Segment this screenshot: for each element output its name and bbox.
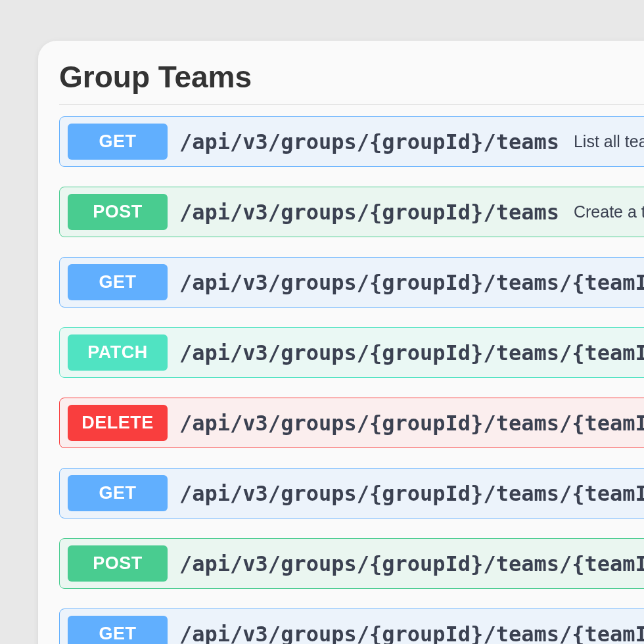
method-badge-get: GET bbox=[68, 616, 168, 644]
method-badge-patch: PATCH bbox=[68, 334, 168, 371]
method-badge-get: GET bbox=[68, 264, 168, 300]
operation-path: /api/v3/groups/{groupId}/teams/{teamId} bbox=[179, 411, 644, 436]
method-badge-post: POST bbox=[68, 194, 168, 230]
operation-path: /api/v3/groups/{groupId}/teams/{teamId} bbox=[179, 622, 644, 645]
operation-path: /api/v3/groups/{groupId}/teams/{teamId} bbox=[179, 270, 644, 295]
operation-row[interactable]: GET /api/v3/groups/{groupId}/teams List … bbox=[59, 116, 644, 167]
method-badge-get: GET bbox=[68, 475, 168, 511]
operation-path: /api/v3/groups/{groupId}/teams bbox=[179, 129, 559, 154]
operation-row[interactable]: POST /api/v3/groups/{groupId}/teams Crea… bbox=[59, 187, 644, 237]
operation-path: /api/v3/groups/{groupId}/teams bbox=[179, 200, 559, 225]
operation-row[interactable]: PATCH /api/v3/groups/{groupId}/teams/{te… bbox=[59, 327, 644, 378]
method-badge-get: GET bbox=[68, 124, 168, 160]
method-badge-post: POST bbox=[68, 545, 168, 582]
method-badge-delete: DELETE bbox=[68, 405, 168, 441]
operation-row[interactable]: GET /api/v3/groups/{groupId}/teams/{team… bbox=[59, 257, 644, 308]
section-title: Group Teams bbox=[59, 59, 644, 104]
operation-path: /api/v3/groups/{groupId}/teams/{teamId} bbox=[179, 340, 644, 365]
api-section-card: Group Teams GET /api/v3/groups/{groupId}… bbox=[38, 41, 644, 644]
operation-row[interactable]: GET /api/v3/groups/{groupId}/teams/{team… bbox=[59, 468, 644, 518]
operation-row[interactable]: POST /api/v3/groups/{groupId}/teams/{tea… bbox=[59, 538, 644, 589]
operation-summary: List all teams bbox=[574, 132, 644, 151]
operation-list: GET /api/v3/groups/{groupId}/teams List … bbox=[59, 116, 644, 644]
operation-summary: Create a team bbox=[574, 202, 644, 221]
operation-row[interactable]: GET /api/v3/groups/{groupId}/teams/{team… bbox=[59, 609, 644, 644]
operation-row[interactable]: DELETE /api/v3/groups/{groupId}/teams/{t… bbox=[59, 398, 644, 448]
operation-path: /api/v3/groups/{groupId}/teams/{teamId} bbox=[179, 551, 644, 576]
operation-path: /api/v3/groups/{groupId}/teams/{teamId} bbox=[179, 481, 644, 506]
